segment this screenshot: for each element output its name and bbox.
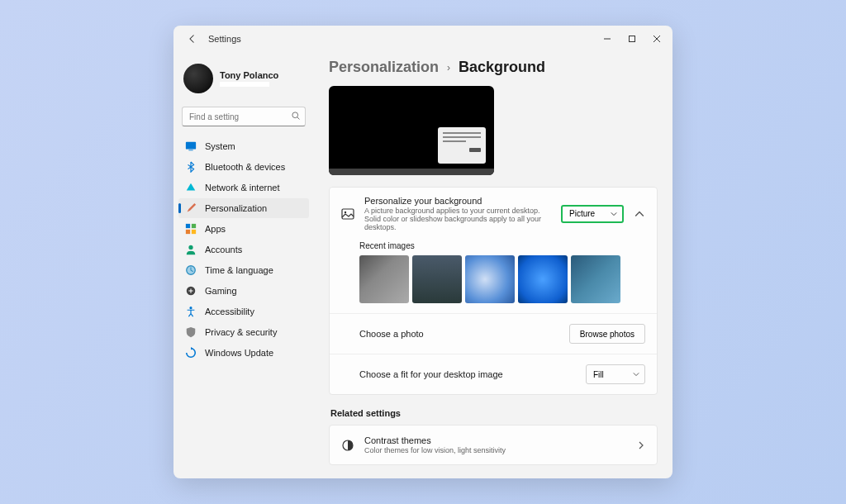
breadcrumb-parent[interactable]: Personalization [329, 59, 439, 76]
nav-apps[interactable]: Apps [178, 219, 309, 239]
contrast-desc: Color themes for low vision, light sensi… [364, 446, 627, 454]
svg-rect-2 [186, 142, 196, 150]
svg-rect-7 [192, 230, 196, 234]
contrast-title: Contrast themes [364, 435, 627, 445]
svg-rect-4 [186, 224, 190, 228]
nav-label: Windows Update [205, 348, 273, 358]
wifi-icon [185, 182, 197, 193]
apps-icon [185, 223, 197, 235]
profile-email-redacted [220, 82, 269, 87]
bg-personalize-desc: A picture background applies to your cur… [364, 207, 551, 231]
breadcrumb: Personalization › Background [329, 59, 658, 76]
gaming-icon [185, 285, 197, 297]
maximize-button[interactable] [620, 29, 644, 49]
clock-icon [185, 264, 197, 276]
nav-label: Network & internet [205, 183, 279, 193]
choose-photo-label: Choose a photo [359, 329, 424, 339]
svg-point-11 [189, 307, 192, 309]
recent-image-thumb[interactable] [571, 255, 620, 303]
nav-bluetooth[interactable]: Bluetooth & devices [178, 157, 309, 177]
search-icon [291, 111, 301, 121]
background-card: Personalize your background A picture ba… [329, 187, 658, 395]
main-content[interactable]: Personalization › Background Personalize… [314, 52, 673, 478]
background-type-select[interactable]: Picture [561, 205, 624, 223]
minimize-button[interactable] [595, 29, 620, 49]
nav-system[interactable]: System [178, 136, 309, 156]
nav-accessibility[interactable]: Accessibility [178, 302, 309, 321]
nav-label: Personalization [205, 203, 267, 213]
avatar [183, 64, 213, 93]
related-settings-heading: Related settings [330, 408, 658, 418]
chevron-down-icon [633, 371, 639, 378]
sidebar: Tony Polanco System Bluetooth & devices [173, 52, 314, 478]
recent-image-thumb[interactable] [359, 255, 409, 303]
background-type-value: Picture [569, 209, 595, 218]
fit-value: Fill [593, 370, 604, 379]
back-button[interactable] [187, 33, 198, 45]
nav-label: Accounts [205, 245, 242, 254]
desktop-preview [329, 86, 494, 175]
search-container [182, 107, 306, 126]
close-button[interactable] [644, 29, 669, 49]
recent-image-thumb[interactable] [518, 255, 568, 303]
nav-privacy[interactable]: Privacy & security [178, 322, 309, 342]
svg-rect-6 [186, 230, 190, 234]
paintbrush-icon [185, 202, 197, 214]
recent-image-thumb[interactable] [465, 255, 515, 303]
svg-rect-5 [192, 224, 196, 228]
fit-select[interactable]: Fill [586, 364, 645, 384]
svg-rect-12 [342, 209, 354, 219]
nav-personalization[interactable]: Personalization [178, 198, 309, 218]
recent-image-thumb[interactable] [412, 255, 462, 303]
nav-update[interactable]: Windows Update [178, 343, 309, 363]
system-icon [185, 140, 197, 152]
nav-label: Accessibility [205, 307, 254, 316]
search-input[interactable] [182, 107, 306, 126]
app-title: Settings [208, 34, 241, 44]
svg-point-13 [345, 211, 346, 212]
profile[interactable]: Tony Polanco [178, 60, 309, 105]
recent-images-label: Recent images [359, 241, 645, 250]
nav-gaming[interactable]: Gaming [178, 281, 309, 301]
nav-time[interactable]: Time & language [178, 260, 309, 280]
svg-point-8 [188, 245, 192, 250]
page-title: Background [459, 59, 545, 76]
update-icon [185, 347, 197, 359]
contrast-themes-card: Contrast themes Color themes for low vis… [329, 425, 658, 465]
accessibility-icon [185, 306, 197, 317]
svg-rect-3 [188, 150, 192, 150]
svg-point-1 [292, 112, 298, 118]
chevron-right-icon [637, 441, 645, 449]
chevron-down-icon [611, 211, 617, 217]
person-icon [185, 244, 197, 255]
image-icon [341, 207, 354, 221]
chevron-right-icon: › [447, 62, 450, 74]
contrast-themes-link[interactable]: Contrast themes Color themes for low vis… [330, 426, 657, 464]
browse-photos-button[interactable]: Browse photos [569, 324, 645, 344]
nav-label: Time & language [205, 265, 273, 275]
fit-label: Choose a fit for your desktop image [359, 369, 503, 379]
nav: System Bluetooth & devices Network & int… [178, 136, 309, 363]
shield-icon [185, 326, 197, 338]
nav-label: Bluetooth & devices [205, 162, 285, 172]
bg-personalize-title: Personalize your background [364, 196, 551, 206]
titlebar: Settings [173, 26, 673, 52]
nav-label: Gaming [205, 286, 237, 296]
nav-label: Privacy & security [205, 327, 277, 337]
nav-label: System [205, 141, 235, 151]
preview-sample-window [438, 127, 486, 164]
nav-label: Apps [205, 224, 226, 234]
bluetooth-icon [185, 161, 197, 173]
nav-network[interactable]: Network & internet [178, 178, 309, 197]
contrast-icon [341, 439, 354, 452]
profile-name: Tony Polanco [220, 70, 278, 80]
recent-images [359, 255, 645, 303]
nav-accounts[interactable]: Accounts [178, 240, 309, 259]
settings-window: Settings Tony Polanco [173, 26, 673, 478]
svg-rect-0 [630, 36, 635, 42]
collapse-button[interactable] [634, 209, 645, 219]
